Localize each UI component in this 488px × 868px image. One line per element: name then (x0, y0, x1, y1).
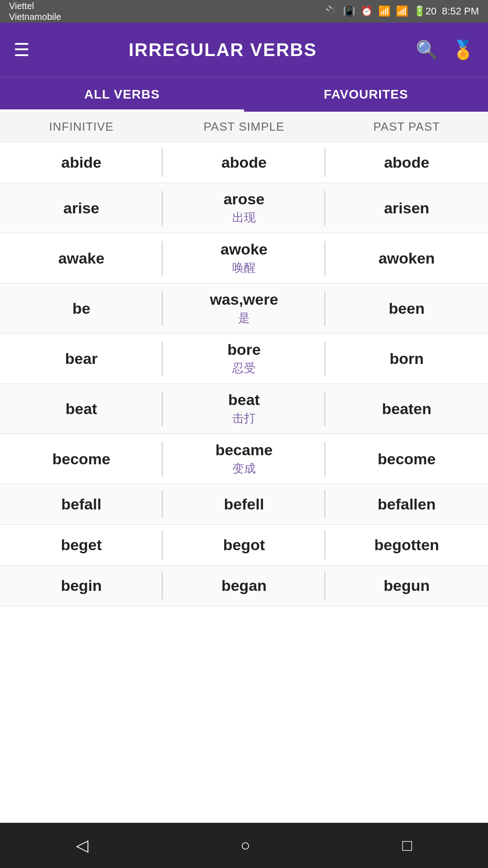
cell-infinitive: awake (0, 233, 163, 283)
verb-infinitive: arise (63, 199, 99, 217)
menu-button[interactable]: ☰ (14, 41, 30, 59)
column-headers: INFINITIVE PAST SIMPLE PAST PAST (0, 112, 488, 142)
tab-all-verbs[interactable]: ALL VERBS (0, 77, 244, 112)
verb-infinitive: be (72, 300, 90, 317)
cell-infinitive: become (0, 434, 163, 484)
verb-infinitive: become (52, 450, 111, 468)
verb-translation: 出现 (232, 210, 256, 226)
verb-infinitive: awake (58, 250, 104, 267)
cell-past-simple: awoke唤醒 (163, 233, 325, 283)
table-row[interactable]: bearbore忍受born (0, 334, 488, 384)
profile-button[interactable]: 🏅 (452, 41, 474, 59)
table-row[interactable]: beatbeat击打beaten (0, 384, 488, 434)
verb-past-simple: was,were (210, 291, 278, 308)
cell-infinitive: begin (0, 566, 163, 606)
cell-infinitive: arise (0, 183, 163, 233)
verb-translation: 变成 (232, 461, 256, 476)
verb-translation: 是 (238, 310, 250, 326)
table-row[interactable]: arisearose出现arisen (0, 183, 488, 233)
verb-past-past: abode (384, 154, 429, 171)
signal-2-icon: 📶 (396, 5, 408, 17)
tab-favourites[interactable]: FAVOURITES (244, 77, 488, 112)
search-button[interactable]: 🔍 (416, 41, 438, 59)
back-button[interactable]: ◁ (76, 836, 89, 855)
carrier-name: Viettel (9, 0, 61, 11)
cell-past-past: begotten (325, 525, 488, 565)
cell-past-past: been (325, 283, 488, 333)
status-bar: Viettel Vietnamobile 🔌 📳 ⏰ 📶 📶 🔋20 8:52 … (0, 0, 488, 23)
verb-past-past: been (389, 300, 424, 317)
cell-infinitive: be (0, 283, 163, 333)
table-row[interactable]: awakeawoke唤醒awoken (0, 233, 488, 283)
bottom-navigation: ◁ ○ □ (0, 823, 488, 868)
recent-button[interactable]: □ (402, 836, 412, 855)
cell-infinitive: bear (0, 334, 163, 383)
vibrate-icon: 📳 (343, 5, 355, 17)
verb-past-past: born (389, 350, 424, 368)
battery-icon: 🔋20 (413, 5, 436, 17)
table-row[interactable]: bewas,were是been (0, 283, 488, 334)
cell-infinitive: befall (0, 484, 163, 524)
verb-infinitive: abide (61, 154, 102, 171)
verb-translation: 击打 (232, 410, 256, 426)
carrier-info: Viettel Vietnamobile (9, 0, 61, 22)
verb-list: abideabodeabodearisearose出现arisenawakeaw… (0, 142, 488, 606)
cell-past-past: befallen (325, 484, 488, 524)
verb-past-simple: arose (224, 190, 265, 208)
alarm-icon: ⏰ (361, 5, 373, 17)
cell-infinitive: beget (0, 525, 163, 565)
cell-infinitive: beat (0, 384, 163, 434)
verb-translation: 忍受 (232, 360, 256, 376)
cell-past-past: begun (325, 566, 488, 606)
col-header-past-past: PAST PAST (325, 120, 488, 134)
verb-infinitive: beat (66, 400, 97, 418)
verb-past-past: awoken (379, 250, 435, 267)
verb-past-past: befallen (378, 495, 436, 513)
time-display: 8:52 PM (442, 5, 479, 17)
verb-past-simple: began (221, 577, 267, 594)
cell-infinitive: abide (0, 142, 163, 183)
table-row[interactable]: becomebecame变成become (0, 434, 488, 484)
verb-past-simple: beat (228, 391, 260, 409)
verb-past-simple: awoke (221, 241, 267, 258)
col-header-past-simple: PAST SIMPLE (163, 120, 325, 134)
cell-past-simple: bore忍受 (163, 334, 325, 383)
verb-infinitive: begin (61, 577, 102, 594)
cell-past-past: awoken (325, 233, 488, 283)
verb-past-simple: begot (223, 536, 265, 554)
verb-past-past: beaten (382, 400, 432, 418)
cell-past-simple: was,were是 (163, 283, 325, 333)
cell-past-past: arisen (325, 183, 488, 233)
verb-infinitive: bear (65, 350, 98, 368)
table-row[interactable]: befallbefellbefallen (0, 484, 488, 525)
tab-bar: ALL VERBS FAVOURITES (0, 77, 488, 112)
cell-past-past: beaten (325, 384, 488, 434)
home-button[interactable]: ○ (240, 836, 250, 855)
col-header-infinitive: INFINITIVE (0, 120, 163, 134)
verb-past-past: begotten (374, 536, 439, 554)
app-title: IRREGULAR VERBS (129, 40, 317, 60)
cell-past-past: abode (325, 142, 488, 183)
cell-past-past: become (325, 434, 488, 484)
cell-past-simple: befell (163, 484, 325, 524)
cell-past-simple: became变成 (163, 434, 325, 484)
verb-past-past: arisen (384, 199, 429, 217)
app-header: ☰ IRREGULAR VERBS 🔍 🏅 (0, 23, 488, 77)
table-row[interactable]: abideabodeabode (0, 142, 488, 183)
verb-infinitive: beget (61, 536, 102, 554)
verb-past-simple: befell (224, 495, 264, 513)
verb-past-simple: abode (221, 154, 267, 171)
status-icons: 🔌 📳 ⏰ 📶 📶 🔋20 8:52 PM (325, 5, 479, 17)
verb-infinitive: befall (61, 495, 102, 513)
cell-past-simple: abode (163, 142, 325, 183)
verb-translation: 唤醒 (232, 260, 256, 276)
signal-1-icon: 📶 (378, 5, 390, 17)
usb-icon: 🔌 (325, 5, 338, 17)
cell-past-simple: arose出现 (163, 183, 325, 233)
cell-past-simple: begot (163, 525, 325, 565)
table-row[interactable]: beginbeganbegun (0, 566, 488, 606)
cell-past-simple: began (163, 566, 325, 606)
table-row[interactable]: begetbegotbegotten (0, 525, 488, 566)
verb-past-past: become (378, 450, 436, 468)
header-icon-group: 🔍 🏅 (416, 41, 474, 59)
